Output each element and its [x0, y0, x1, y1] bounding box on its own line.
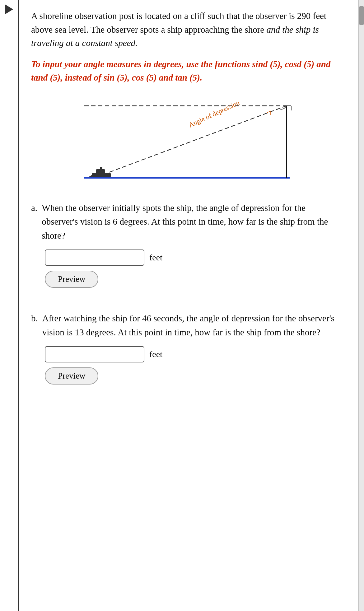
- svg-rect-9: [92, 173, 111, 177]
- scrollbar[interactable]: [358, 0, 364, 611]
- question-b-block: b. After watching the ship for 46 second…: [31, 311, 343, 396]
- question-b-answer-row: feet: [45, 346, 343, 362]
- diagram-container: Angle of depression: [31, 93, 343, 190]
- question-a-preview-button[interactable]: Preview: [45, 271, 98, 288]
- page-container: A shoreline observation post is located …: [0, 0, 364, 611]
- question-a-letter: a.: [31, 201, 37, 215]
- question-a-label: a. When the observer initially spots the…: [31, 201, 343, 243]
- svg-line-3: [100, 106, 287, 176]
- question-a-input[interactable]: [45, 250, 144, 266]
- scrollbar-thumb[interactable]: [359, 6, 364, 25]
- svg-text:Angle of depression: Angle of depression: [188, 98, 241, 129]
- question-a-text: When the observer initially spots the sh…: [42, 201, 343, 243]
- question-a-answer-row: feet: [45, 250, 343, 266]
- question-b-letter: b.: [31, 311, 38, 325]
- question-b-label: b. After watching the ship for 46 second…: [31, 311, 343, 339]
- intro-paragraph: A shoreline observation post is located …: [31, 9, 343, 50]
- svg-marker-12: [89, 175, 92, 177]
- left-sidebar: [0, 0, 19, 611]
- svg-rect-11: [100, 167, 102, 170]
- question-a-block: a. When the observer initially spots the…: [31, 201, 343, 299]
- question-a-unit: feet: [149, 253, 162, 263]
- question-b-input[interactable]: [45, 346, 144, 362]
- question-b-unit: feet: [149, 349, 162, 359]
- question-b-preview-button[interactable]: Preview: [45, 367, 98, 385]
- angle-diagram: Angle of depression: [75, 93, 299, 190]
- question-b-text: After watching the ship for 46 seconds, …: [42, 311, 343, 339]
- main-content: A shoreline observation post is located …: [19, 0, 358, 611]
- play-icon: [5, 4, 13, 14]
- notice-text: To input your angle measures in degrees,…: [31, 58, 343, 85]
